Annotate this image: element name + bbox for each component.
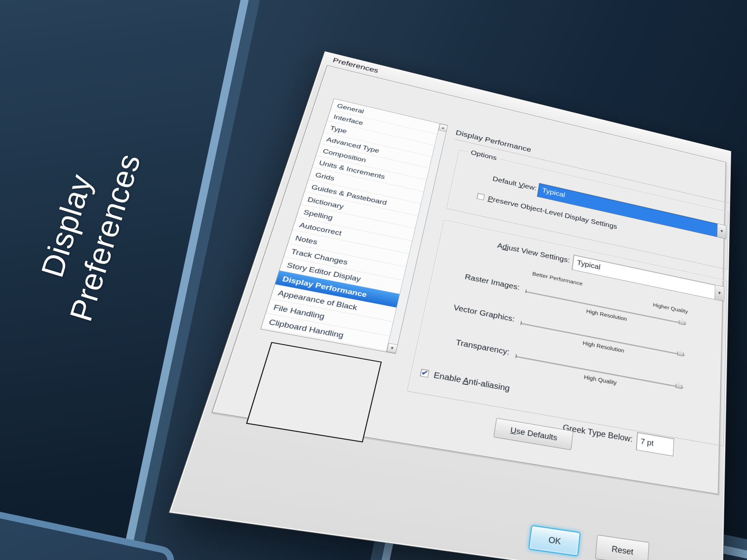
preference-category-list: GeneralInterfaceTypeAdvanced TypeComposi… [260, 98, 448, 354]
options-group-label: Options [467, 148, 500, 162]
transparency-value: High Quality [514, 361, 683, 398]
chevron-down-icon[interactable]: ▼ [717, 224, 726, 239]
ok-button[interactable]: OK [528, 525, 580, 556]
default-view-label: Default View: [462, 168, 537, 192]
reset-button[interactable]: Reset [595, 535, 649, 560]
slider-thumb[interactable] [677, 349, 684, 356]
slide-stage: Display Preferences Preferences GeneralI… [0, 0, 747, 560]
list-preview-box [246, 342, 382, 443]
antialias-label: Enable Anti-aliasing [433, 370, 511, 393]
scroll-down-icon[interactable]: ▼ [387, 343, 398, 354]
preserve-checkbox[interactable]: ✔ [477, 193, 485, 200]
chevron-down-icon[interactable]: ▼ [715, 285, 724, 301]
default-view-combobox[interactable]: Typical ▼ [537, 183, 727, 239]
scroll-up-icon[interactable]: ▲ [438, 124, 448, 132]
pref-list-items: GeneralInterfaceTypeAdvanced TypeComposi… [261, 99, 440, 352]
adjust-view-label: Adjust View Settings: [443, 230, 570, 264]
slider-thumb[interactable] [679, 318, 685, 325]
label-text: Enable [433, 370, 464, 385]
transparency-label: Transparency: [418, 331, 510, 357]
better-performance-header: Better Performance [532, 271, 583, 287]
raster-images-label: Raster Images: [433, 266, 520, 292]
adjust-view-value: Typical [577, 258, 601, 271]
vector-graphics-label: Vector Graphics: [426, 298, 515, 323]
dialog-inner-panel: GeneralInterfaceTypeAdvanced TypeComposi… [212, 65, 726, 495]
antialias-checkbox[interactable]: ✔ [420, 369, 429, 378]
label-text: se Defaults [516, 427, 558, 442]
slider-tick [525, 289, 527, 293]
slider-tick [520, 321, 522, 325]
page-title: Display Performance [455, 129, 531, 154]
label-text: iew: [523, 182, 537, 192]
slider-tick [515, 354, 517, 358]
label-text: nti-aliasing [468, 377, 510, 393]
default-view-value: Typical [542, 187, 565, 199]
label-text: Default [492, 175, 519, 188]
preferences-dialog: Preferences GeneralInterfaceTypeAdvanced… [169, 51, 731, 560]
slider-thumb[interactable] [676, 382, 682, 389]
label-text: just View Settings: [506, 244, 570, 264]
